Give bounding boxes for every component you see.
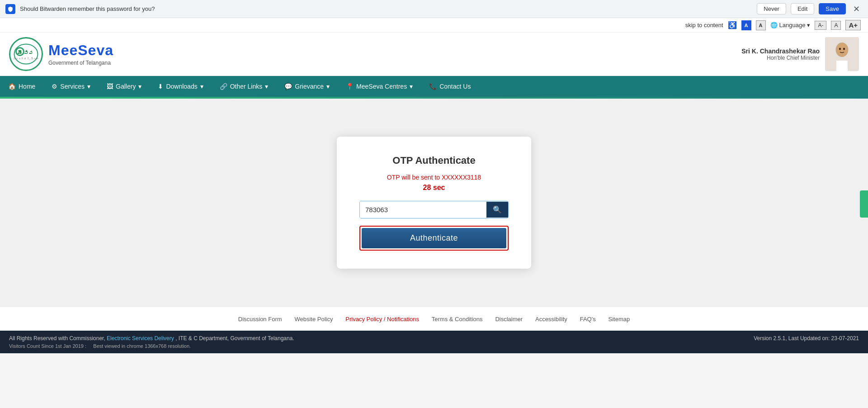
bitwarden-logo <box>5 4 15 14</box>
skip-to-content-link[interactable]: skip to content <box>685 22 723 28</box>
wheelchair-icon: ♿ <box>728 21 737 29</box>
authenticate-button[interactable]: Authenticate <box>362 228 506 248</box>
otp-input-row: 🔍 <box>359 201 509 218</box>
footer-top-row: All Rights Reserved with Commissioner, E… <box>9 335 859 342</box>
nav-gallery[interactable]: 🖼 Gallery ▾ <box>99 76 150 97</box>
svg-point-12 <box>843 48 845 50</box>
footer-link-terms[interactable]: Terms & Conditions <box>432 316 483 323</box>
logo-section: మీ సేవ పారదర్శక, నేరుగా MeeSeva Governme… <box>9 37 113 71</box>
footer-link-disclaimer[interactable]: Disclaimer <box>495 316 523 323</box>
other-links-dropdown-arrow: ▾ <box>265 83 268 90</box>
contact-icon: 📞 <box>429 83 437 90</box>
globe-icon: 🌐 <box>770 22 778 28</box>
authenticate-btn-wrapper: Authenticate <box>359 226 509 251</box>
otp-info: OTP will be sent to XXXXXX3118 <box>359 174 509 181</box>
otp-input[interactable] <box>360 201 486 218</box>
save-button[interactable]: Save <box>819 3 846 14</box>
bitwarden-question: Should Bitwarden remember this password … <box>20 5 752 12</box>
footer-link-sitemap[interactable]: Sitemap <box>609 316 630 323</box>
footer-esd-link[interactable]: Electronic Services Delivery <box>107 335 174 342</box>
language-selector[interactable]: 🌐 Language ▾ <box>770 22 811 28</box>
services-dropdown-arrow: ▾ <box>87 83 90 90</box>
accessibility-bar: skip to content ♿ A A 🌐 Language ▾ A- A … <box>0 18 868 33</box>
otp-search-button[interactable]: 🔍 <box>486 202 508 218</box>
site-name-block: MeeSeva Government of Telangana <box>48 42 113 66</box>
cm-section: Sri K. Chandrashekar Rao Hon'ble Chief M… <box>741 37 859 71</box>
footer-link-website-policy[interactable]: Website Policy <box>294 316 333 323</box>
footer-link-accessibility[interactable]: Accessibility <box>535 316 567 323</box>
gallery-icon: 🖼 <box>107 83 113 90</box>
font-size-decrease[interactable]: A- <box>815 21 826 30</box>
edit-button[interactable]: Edit <box>791 3 814 14</box>
cm-info: Sri K. Chandrashekar Rao Hon'ble Chief M… <box>741 47 820 61</box>
otp-timer: 28 sec <box>359 184 509 192</box>
grievance-icon: 💬 <box>284 83 292 90</box>
search-icon: 🔍 <box>493 206 502 213</box>
a-medium-button[interactable]: A <box>756 20 766 30</box>
nav-other-links[interactable]: 🔗 Other Links ▾ <box>212 76 277 97</box>
footer-copyright: All Rights Reserved with Commissioner, E… <box>9 335 294 342</box>
otp-card: OTP Authenticate OTP will be sent to XXX… <box>337 137 531 269</box>
site-name: MeeSeva <box>48 42 113 59</box>
footer-links: Discussion Form Website Policy Privacy P… <box>0 307 868 331</box>
main-navbar: 🏠 Home ⚙ Services ▾ 🖼 Gallery ▾ ⬇ Downlo… <box>0 76 868 97</box>
cm-photo <box>825 37 859 71</box>
home-icon: 🏠 <box>8 83 16 90</box>
centres-icon: 📍 <box>346 83 354 90</box>
gallery-dropdown-arrow: ▾ <box>138 83 142 90</box>
nav-services[interactable]: ⚙ Services ▾ <box>43 76 99 97</box>
grievance-dropdown-arrow: ▾ <box>326 83 330 90</box>
centres-dropdown-arrow: ▾ <box>410 83 413 90</box>
nav-downloads[interactable]: ⬇ Downloads ▾ <box>150 76 211 97</box>
svg-text:మీ సేవ: మీ సేవ <box>18 50 33 55</box>
never-button[interactable]: Never <box>757 3 786 14</box>
footer-version: Version 2.5.1, Last Updated on: 23-07-20… <box>754 335 859 342</box>
svg-rect-14 <box>836 61 848 71</box>
nav-grievance[interactable]: 💬 Grievance ▾ <box>276 76 338 97</box>
cm-title: Hon'ble Chief Minister <box>741 55 820 61</box>
footer-link-faq[interactable]: FAQ's <box>580 316 596 323</box>
downloads-dropdown-arrow: ▾ <box>200 83 203 90</box>
a-small-button[interactable]: A <box>741 20 751 30</box>
bitwarden-bar: Should Bitwarden remember this password … <box>0 0 868 18</box>
nav-home[interactable]: 🏠 Home <box>0 76 43 97</box>
svg-text:పారదర్శక, నేరుగా: పారదర్శక, నేరుగా <box>14 57 38 60</box>
svg-point-11 <box>839 48 841 50</box>
footer-link-privacy[interactable]: Privacy Policy / Notifications <box>345 316 419 323</box>
right-accent <box>860 190 868 218</box>
other-links-icon: 🔗 <box>220 83 227 90</box>
site-header: మీ సేవ పారదర్శక, నేరుగా MeeSeva Governme… <box>0 33 868 76</box>
nav-meeseva-centres[interactable]: 📍 MeeSeva Centres ▾ <box>338 76 421 97</box>
footer-link-discussion[interactable]: Discussion Form <box>238 316 282 323</box>
site-logo: మీ సేవ పారదర్శక, నేరుగా <box>9 37 43 71</box>
close-button[interactable]: ✕ <box>850 4 863 14</box>
site-subtitle: Government of Telangana <box>48 60 113 66</box>
cm-name: Sri K. Chandrashekar Rao <box>741 47 820 55</box>
footer-bottom: All Rights Reserved with Commissioner, E… <box>0 331 868 353</box>
services-icon: ⚙ <box>52 83 57 90</box>
footer-bottom-row: Visitors Count Since 1st Jan 2019 : Best… <box>9 343 859 349</box>
font-size-increase[interactable]: A+ <box>845 20 861 30</box>
nav-contact-us[interactable]: 📞 Contact Us <box>421 76 479 97</box>
main-content: OTP Authenticate OTP will be sent to XXX… <box>0 99 868 307</box>
font-size-normal[interactable]: A <box>831 21 841 30</box>
downloads-icon: ⬇ <box>158 83 163 90</box>
otp-title: OTP Authenticate <box>359 155 509 166</box>
svg-point-10 <box>837 43 848 56</box>
